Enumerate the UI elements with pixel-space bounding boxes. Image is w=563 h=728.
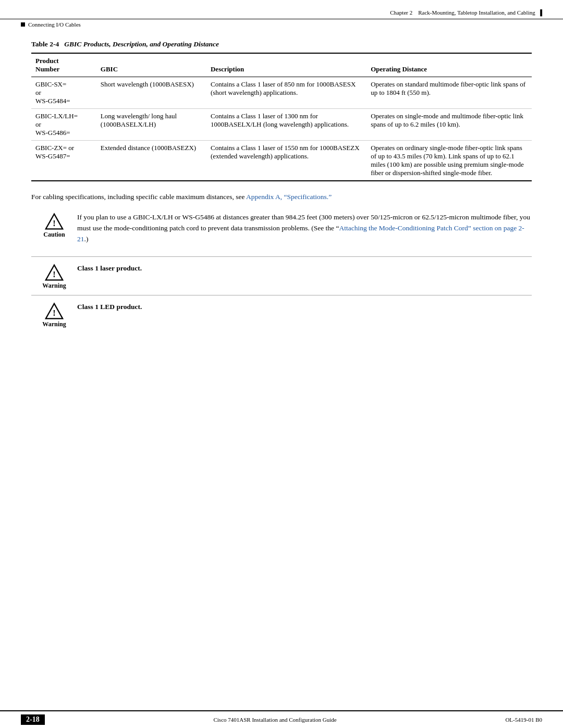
col-header-gbic: GBIC: [96, 53, 206, 77]
sub-header: Connecting I/O Cables: [0, 19, 563, 28]
cell-description: Contains a Class 1 laser of 850 nm for 1…: [206, 77, 366, 109]
cell-gbic: Long wavelength/ long haul (1000BASELX/L…: [96, 109, 206, 141]
cell-product: GBIC-ZX= orWS-G5487=: [31, 141, 96, 181]
page-number: 2-18: [21, 714, 45, 725]
body-paragraph: For cabling specifications, including sp…: [31, 192, 532, 203]
warning-text-1: Class 1 LED product.: [77, 301, 532, 313]
gbic-table: ProductNumber GBIC Description Operating…: [31, 53, 532, 181]
warning-icon-0: !: [45, 263, 64, 282]
caution-text: If you plan to use a GBIC-LX/LH or WS-G5…: [77, 211, 532, 245]
cell-gbic: Short wavelength (1000BASESX): [96, 77, 206, 109]
cell-product: GBIC-SX=orWS-G5484=: [31, 77, 96, 109]
warning-icon-1: !: [45, 302, 64, 320]
warnings-container: !WarningClass 1 laser product.!WarningCl…: [31, 256, 532, 334]
warning-text-0: Class 1 laser product.: [77, 262, 532, 274]
col-header-description: Description: [206, 53, 366, 77]
caution-icon: !: [45, 212, 64, 231]
svg-text:!: !: [53, 219, 55, 228]
col-header-product: ProductNumber: [31, 53, 96, 77]
cell-opdist: Operates on single-mode and multimode fi…: [366, 109, 532, 141]
table-row: GBIC-ZX= orWS-G5487=Extended distance (1…: [31, 141, 532, 181]
breadcrumb-bullet: [21, 22, 25, 27]
cell-opdist: Operates on standard multimode fiber-opt…: [366, 77, 532, 109]
svg-text:!: !: [53, 270, 55, 279]
warning-block-0: !WarningClass 1 laser product.: [31, 256, 532, 295]
footer-doc-id: OL-5419-01 B0: [505, 717, 542, 723]
cell-gbic: Extended distance (1000BASEZX): [96, 141, 206, 181]
table-caption: Table 2-4 GBIC Products, Description, an…: [31, 40, 532, 48]
warning-label-area-0: !Warning: [31, 262, 77, 290]
cell-description: Contains a Class 1 laser of 1550 nm for …: [206, 141, 366, 181]
warning-block-1: !WarningClass 1 LED product.: [31, 295, 532, 334]
table-row: GBIC-SX=orWS-G5484=Short wavelength (100…: [31, 77, 532, 109]
cell-description: Contains a Class 1 laser of 1300 nm for …: [206, 109, 366, 141]
cell-opdist: Operates on ordinary single-mode fiber-o…: [366, 141, 532, 181]
breadcrumb-text: Connecting I/O Cables: [28, 21, 81, 28]
col-header-opdist: Operating Distance: [366, 53, 532, 77]
main-content: Table 2-4 GBIC Products, Description, an…: [0, 28, 563, 354]
page-container: Chapter 2 Rack-Mounting, Tabletop Instal…: [0, 0, 563, 728]
header-title: Chapter 2 Rack-Mounting, Tabletop Instal…: [390, 9, 542, 16]
page-footer: 2-18 Cisco 7401ASR Installation and Conf…: [0, 710, 563, 728]
caution-label-area: ! Caution: [31, 211, 77, 239]
svg-text:!: !: [53, 309, 55, 318]
caution-label-text: Caution: [43, 231, 65, 239]
page-header: Chapter 2 Rack-Mounting, Tabletop Instal…: [0, 0, 563, 19]
table-row: GBIC-LX/LH=orWS-G5486=Long wavelength/ l…: [31, 109, 532, 141]
warning-label-text-0: Warning: [42, 282, 66, 290]
cell-product: GBIC-LX/LH=orWS-G5486=: [31, 109, 96, 141]
footer-doc-title: Cisco 7401ASR Installation and Configura…: [213, 717, 336, 723]
appendix-link[interactable]: Appendix A, “Specifications.”: [246, 193, 332, 201]
warning-label-text-1: Warning: [42, 320, 66, 328]
warning-label-area-1: !Warning: [31, 301, 77, 328]
caution-block: ! Caution If you plan to use a GBIC-LX/L…: [31, 211, 532, 245]
